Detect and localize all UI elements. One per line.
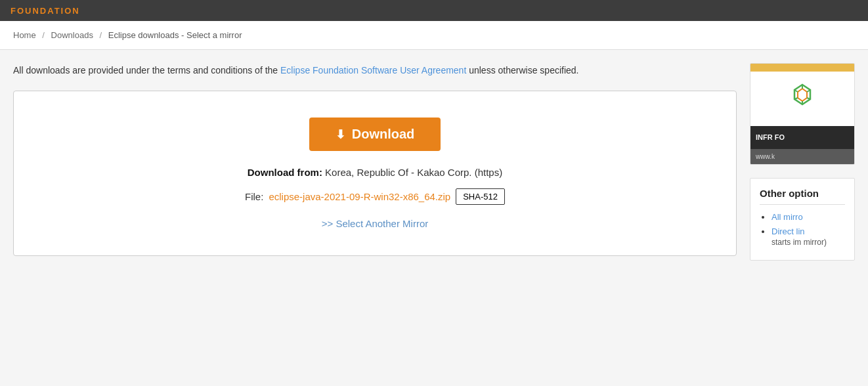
page-content: All downloads are provided under the ter… — [0, 50, 868, 274]
all-mirrors-link[interactable]: All mirro — [771, 212, 803, 222]
sidebar-right: INFR FO www.k Other option All mirro Dir… — [750, 63, 855, 261]
ad-url: www.k — [750, 149, 854, 164]
terms-link[interactable]: Eclipse Foundation Software User Agreeme… — [280, 65, 466, 75]
terms-paragraph: All downloads are provided under the ter… — [13, 63, 737, 77]
breadcrumb-separator-2: / — [100, 30, 102, 40]
breadcrumb-downloads[interactable]: Downloads — [51, 30, 93, 40]
other-options-list: All mirro Direct lin starts im mirror) — [760, 211, 845, 247]
svg-marker-1 — [798, 89, 807, 101]
ad-logo-area — [750, 72, 854, 126]
ad-logo-svg — [787, 82, 818, 114]
download-from-line: Download from: Korea, Republic Of - Kaka… — [27, 167, 723, 178]
foundation-logo: FOUNDATION — [11, 6, 80, 16]
file-link[interactable]: eclipse-java-2021-09-R-win32-x86_64.zip — [269, 191, 450, 202]
ad-text-block: INFR FO — [750, 126, 854, 149]
direct-link-note: starts im mirror) — [771, 238, 827, 247]
select-mirror-link[interactable]: >> Select Another Mirror — [27, 218, 723, 229]
ad-top-bar — [750, 64, 854, 72]
file-label: File: — [245, 191, 263, 202]
top-bar: FOUNDATION — [0, 0, 868, 21]
terms-text-before: All downloads are provided under the ter… — [13, 65, 280, 75]
download-button-label: Download — [352, 127, 415, 142]
other-options-item-2: Direct lin starts im mirror) — [771, 226, 845, 247]
breadcrumb: Home / Downloads / Eclipse downloads - S… — [0, 21, 868, 50]
breadcrumb-home[interactable]: Home — [13, 30, 36, 40]
other-options: Other option All mirro Direct lin starts… — [750, 178, 855, 261]
other-options-item-1: All mirro — [771, 211, 845, 222]
main-content: All downloads are provided under the ter… — [13, 63, 737, 261]
download-icon: ⬇ — [336, 127, 345, 142]
breadcrumb-current: Eclipse downloads - Select a mirror — [108, 30, 242, 40]
direct-link[interactable]: Direct lin — [771, 226, 805, 236]
download-box: ⬇ Download Download from: Korea, Republi… — [13, 91, 737, 256]
download-from-server: Korea, Republic Of - Kakao Corp. (https) — [325, 167, 502, 178]
ad-text: INFR FO — [756, 133, 785, 141]
ad-block: INFR FO www.k — [750, 63, 855, 165]
terms-text-after: unless otherwise specified. — [466, 65, 578, 75]
download-from-label: Download from: — [248, 167, 322, 178]
ad-url-text: www.k — [756, 153, 775, 160]
sha-button[interactable]: SHA-512 — [456, 188, 505, 205]
breadcrumb-separator-1: / — [42, 30, 45, 40]
other-options-title: Other option — [760, 188, 845, 205]
file-line: File: eclipse-java-2021-09-R-win32-x86_6… — [27, 188, 723, 205]
download-button[interactable]: ⬇ Download — [309, 118, 441, 151]
